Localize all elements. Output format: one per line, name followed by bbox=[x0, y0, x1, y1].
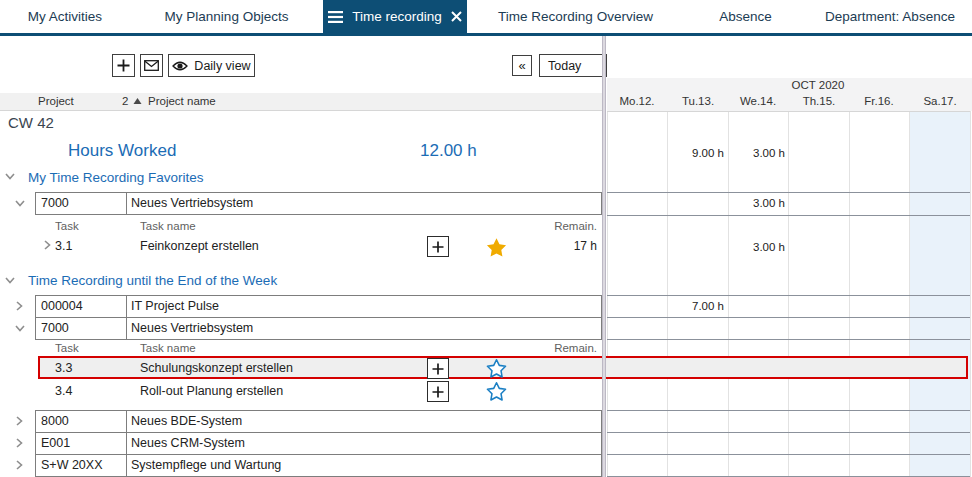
column-separator bbox=[126, 318, 127, 339]
project-column-header[interactable]: Project bbox=[38, 95, 74, 107]
chevron-right-icon[interactable] bbox=[16, 416, 23, 426]
weekend-column-background bbox=[910, 111, 970, 477]
project-name-column-header[interactable]: Project name bbox=[148, 95, 216, 107]
plus-icon bbox=[117, 59, 130, 72]
task-column-header: Task bbox=[55, 342, 79, 354]
calendar-week-label: CW 42 bbox=[8, 114, 54, 131]
tab-absence[interactable]: Absence bbox=[683, 0, 808, 33]
grid-vline bbox=[788, 111, 789, 477]
project-row-7000[interactable]: 7000 Neues Vertriebsystem bbox=[35, 317, 602, 340]
calendar-header: OCT 2020 Mo.12. Tu.13. We.14. Th.15. Fr.… bbox=[607, 78, 972, 111]
project-row-000004[interactable]: 000004 IT Project Pulse bbox=[35, 295, 602, 318]
day-header-fr: Fr.16. bbox=[849, 95, 909, 107]
tab-my-activities[interactable]: My Activities bbox=[0, 0, 130, 33]
favorite-star-outline-icon[interactable] bbox=[486, 358, 507, 378]
task-name[interactable]: Schulungskonzept erstellen bbox=[140, 361, 293, 375]
plus-icon bbox=[432, 386, 444, 398]
tab-department-absence[interactable]: Department: Absence bbox=[808, 0, 972, 33]
project-row-favorite-7000[interactable]: 7000 Neues Vertriebsystem bbox=[35, 192, 602, 215]
project-name: Neues Vertriebsystem bbox=[131, 196, 253, 210]
project-name: Neues CRM-System bbox=[131, 436, 245, 450]
back-icon: « bbox=[518, 58, 525, 73]
task-id: 3.4 bbox=[55, 384, 72, 398]
add-time-entry-button[interactable] bbox=[427, 236, 449, 257]
column-separator bbox=[126, 411, 127, 432]
grid-row-line bbox=[607, 192, 970, 193]
task-name[interactable]: Feinkonzept erstellen bbox=[140, 239, 259, 253]
eye-icon bbox=[172, 60, 188, 72]
chevron-right-icon[interactable] bbox=[16, 460, 23, 470]
chevron-right-icon[interactable] bbox=[44, 240, 51, 250]
tab-time-recording-overview[interactable]: Time Recording Overview bbox=[468, 0, 683, 33]
menu-icon[interactable] bbox=[328, 11, 343, 23]
tab-time-recording[interactable]: Time recording bbox=[323, 0, 467, 33]
project-name: IT Project Pulse bbox=[131, 299, 219, 313]
grid-row-line bbox=[607, 295, 970, 296]
close-icon[interactable] bbox=[451, 11, 462, 22]
column-separator bbox=[126, 433, 127, 454]
tab-label: Department: Absence bbox=[825, 9, 955, 24]
grid-row-line bbox=[607, 410, 970, 411]
task-id: 3.1 bbox=[55, 239, 72, 253]
grid-vline bbox=[970, 111, 971, 477]
daily-view-label: Daily view bbox=[194, 59, 250, 73]
grid-row-line bbox=[607, 215, 970, 216]
chevron-down-icon[interactable] bbox=[15, 200, 25, 207]
project-hours-we: 3.00 h bbox=[727, 197, 785, 209]
plus-icon bbox=[432, 363, 444, 375]
day-header-tu: Tu.13. bbox=[668, 95, 728, 107]
pane-splitter[interactable] bbox=[602, 36, 606, 477]
tab-label: My Activities bbox=[28, 9, 102, 24]
day-header-th: Th.15. bbox=[789, 95, 849, 107]
project-id: 8000 bbox=[41, 414, 69, 428]
project-row-sw20xx[interactable]: S+W 20XX Systempflege und Wartung bbox=[35, 454, 602, 477]
daily-view-button[interactable]: Daily view bbox=[168, 54, 255, 77]
chevron-down-icon[interactable] bbox=[15, 325, 25, 332]
project-id: 7000 bbox=[41, 321, 69, 335]
favorite-star-icon[interactable] bbox=[486, 237, 507, 257]
project-row-8000[interactable]: 8000 Neues BDE-System bbox=[35, 410, 602, 433]
remain-column-header: Remain. bbox=[520, 220, 597, 232]
add-time-entry-button[interactable] bbox=[427, 358, 449, 379]
task-name[interactable]: Roll-out Planung erstellen bbox=[140, 384, 283, 398]
chevron-down-icon[interactable] bbox=[5, 173, 15, 180]
project-hours-tu: 7.00 h bbox=[667, 300, 724, 312]
hours-worked-total: 12.00 h bbox=[420, 141, 477, 161]
grid-row-line bbox=[607, 317, 970, 318]
add-button[interactable] bbox=[112, 54, 135, 77]
back-button[interactable]: « bbox=[512, 55, 532, 76]
chevron-right-icon[interactable] bbox=[16, 301, 23, 311]
project-row-e001[interactable]: E001 Neues CRM-System bbox=[35, 432, 602, 455]
today-button[interactable]: Today bbox=[539, 54, 607, 77]
day-header-sa: Sa.17. bbox=[910, 95, 970, 107]
mail-icon bbox=[144, 60, 159, 71]
month-label: OCT 2020 bbox=[758, 79, 878, 91]
table-header: Project 2 Project name bbox=[0, 93, 602, 110]
chevron-down-icon[interactable] bbox=[5, 277, 15, 284]
hours-worked-label: Hours Worked bbox=[68, 141, 176, 161]
grid-row-line bbox=[607, 454, 970, 455]
tab-my-planning-objects[interactable]: My Planning Objects bbox=[130, 0, 323, 33]
hours-worked-we: 3.00 h bbox=[727, 147, 785, 159]
project-name: Neues Vertriebsystem bbox=[131, 321, 253, 335]
mail-button[interactable] bbox=[140, 54, 163, 77]
project-id: 000004 bbox=[41, 299, 83, 313]
tab-label: My Planning Objects bbox=[165, 9, 289, 24]
tab-label: Time recording bbox=[352, 9, 442, 24]
eow-section-title: Time Recording until the End of the Week bbox=[28, 273, 277, 288]
task-column-header: Task bbox=[55, 220, 79, 232]
column-separator bbox=[126, 296, 127, 317]
project-name: Systempflege und Wartung bbox=[131, 458, 281, 472]
plus-icon bbox=[432, 241, 444, 253]
column-separator bbox=[126, 193, 127, 214]
task-name-column-header: Task name bbox=[140, 220, 196, 232]
favorite-star-outline-icon[interactable] bbox=[486, 381, 507, 401]
chevron-right-icon[interactable] bbox=[16, 438, 23, 448]
sort-indicator[interactable]: 2 bbox=[122, 95, 142, 107]
sort-ascending-icon bbox=[133, 97, 142, 105]
day-header-we: We.14. bbox=[728, 95, 788, 107]
column-separator bbox=[126, 455, 127, 476]
grid-row-line bbox=[607, 339, 970, 340]
add-time-entry-button[interactable] bbox=[427, 381, 449, 402]
task-id: 3.3 bbox=[55, 361, 72, 375]
